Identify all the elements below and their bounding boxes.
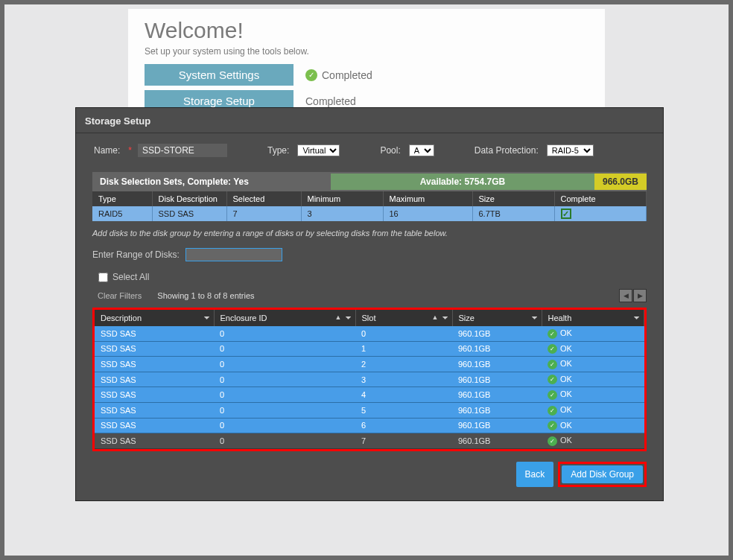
capacity-bar: Available: 5754.7GB 966.0GB: [331, 174, 647, 190]
enter-range-input[interactable]: [185, 248, 282, 261]
select-all-checkbox[interactable]: [98, 273, 108, 282]
selection-summary-row[interactable]: RAID5 SSD SAS 7 3 16 6.7TB ✓: [92, 206, 647, 221]
col-desc: Disk Description: [152, 191, 226, 206]
col-size: Size: [472, 191, 554, 206]
dp-label: Data Protection:: [475, 145, 539, 156]
check-icon: ✓: [305, 69, 317, 81]
col-slot[interactable]: Slot▲⏷: [355, 310, 452, 326]
col-min: Minimum: [301, 191, 383, 206]
disk-row[interactable]: SSD SAS06960.1GB✓OK: [95, 418, 644, 433]
health-ok-icon: ✓: [548, 344, 557, 354]
add-disk-group-button[interactable]: Add Disk Group: [562, 465, 643, 483]
storage-setup-status: Completed: [305, 95, 356, 107]
filter-icon[interactable]: ⏷: [203, 314, 211, 322]
disk-row[interactable]: SSD SAS03960.1GB✓OK: [95, 372, 644, 387]
storage-setup-modal: Storage Setup Name:* Type: Virtual Pool:…: [75, 107, 664, 501]
data-protection-select[interactable]: RAID-5: [547, 144, 594, 156]
health-ok-icon: ✓: [548, 406, 557, 416]
system-settings-status: Completed: [322, 69, 372, 81]
col-max: Maximum: [383, 191, 472, 206]
col-selected: Selected: [226, 191, 301, 206]
name-label: Name:: [94, 145, 120, 156]
filter-icon[interactable]: ⏷: [633, 314, 641, 322]
pool-label: Pool:: [380, 145, 400, 156]
col-disk-size[interactable]: Size⏷: [452, 310, 542, 326]
disk-row[interactable]: SSD SAS04960.1GB✓OK: [95, 387, 644, 403]
filter-icon[interactable]: ⏷: [442, 314, 449, 322]
add-button-highlight: Add Disk Group: [558, 462, 647, 487]
col-enclosure[interactable]: Enclosure ID▲⏷: [214, 310, 355, 326]
col-type: Type: [92, 191, 152, 206]
capacity-available: Available: 5754.7GB: [331, 174, 594, 190]
type-select[interactable]: Virtual: [297, 144, 340, 156]
health-ok-icon: ✓: [548, 421, 557, 430]
page-prev-button[interactable]: ◀: [619, 289, 632, 302]
disk-selection-heading: Disk Selection Sets, Complete: Yes: [92, 172, 331, 191]
disk-row[interactable]: SSD SAS07960.1GB✓OK: [95, 433, 644, 449]
storage-form-row: Name:* Type: Virtual Pool: A Data Protec…: [76, 133, 663, 162]
back-button[interactable]: Back: [516, 462, 554, 487]
showing-text: Showing 1 to 8 of 8 entries: [157, 291, 254, 300]
health-ok-icon: ✓: [548, 329, 557, 339]
sort-asc-icon: ▲: [335, 314, 342, 321]
pager: ◀ ▶: [619, 289, 647, 302]
type-label: Type:: [267, 145, 289, 156]
clear-filters-button[interactable]: Clear Filters: [92, 288, 147, 303]
name-input[interactable]: [138, 144, 227, 157]
instruction-text: Add disks to the disk group by entering …: [92, 229, 647, 238]
welcome-panel: Welcome! Set up your system using the to…: [128, 9, 605, 122]
health-ok-icon: ✓: [548, 436, 557, 446]
selection-summary-table: Type Disk Description Selected Minimum M…: [92, 191, 647, 221]
system-settings-button[interactable]: System Settings: [145, 64, 293, 86]
filter-icon[interactable]: ⏷: [531, 314, 539, 322]
enter-range-label: Enter Range of Disks:: [92, 249, 180, 260]
health-ok-icon: ✓: [548, 390, 557, 400]
disk-table: Description⏷ Enclosure ID▲⏷ Slot▲⏷ Size⏷…: [95, 310, 644, 449]
welcome-title: Welcome!: [145, 18, 588, 43]
pool-select[interactable]: A: [409, 144, 434, 156]
capacity-used: 966.0GB: [594, 174, 647, 190]
sort-asc-icon: ▲: [432, 314, 439, 321]
disk-row[interactable]: SSD SAS00960.1GB✓OK: [95, 326, 644, 341]
page-next-button[interactable]: ▶: [633, 289, 647, 302]
disk-row[interactable]: SSD SAS02960.1GB✓OK: [95, 357, 644, 372]
health-ok-icon: ✓: [548, 375, 557, 384]
disk-row[interactable]: SSD SAS01960.1GB✓OK: [95, 341, 644, 357]
col-health[interactable]: Health⏷: [542, 310, 644, 326]
disk-row[interactable]: SSD SAS05960.1GB✓OK: [95, 402, 644, 418]
modal-title: Storage Setup: [76, 108, 663, 133]
select-all-label: Select All: [112, 272, 149, 282]
col-description[interactable]: Description⏷: [95, 310, 214, 326]
col-complete: Complete: [554, 191, 647, 206]
disk-table-highlight: Description⏷ Enclosure ID▲⏷ Slot▲⏷ Size⏷…: [92, 308, 647, 451]
welcome-subtitle: Set up your system using the tools below…: [145, 46, 588, 57]
complete-check-icon: ✓: [561, 209, 571, 219]
filter-icon[interactable]: ⏷: [345, 314, 352, 322]
health-ok-icon: ✓: [548, 360, 557, 369]
